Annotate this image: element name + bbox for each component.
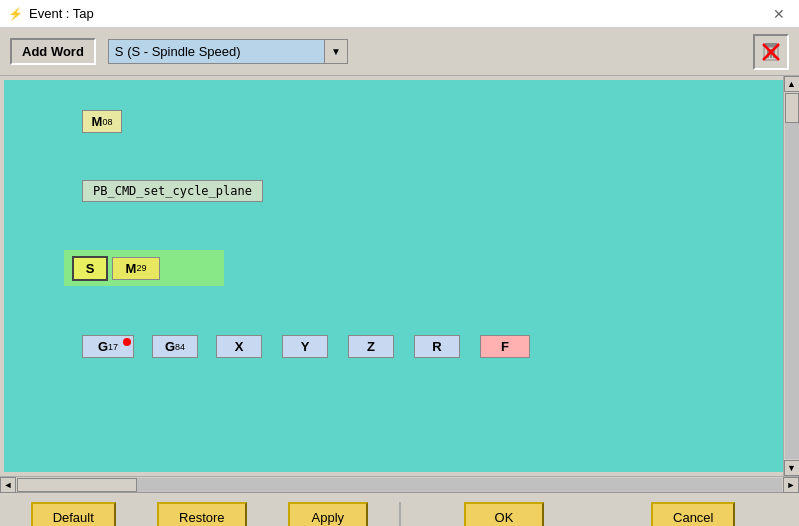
g84-word[interactable]: G84 <box>152 335 198 358</box>
add-word-button[interactable]: Add Word <box>10 38 96 65</box>
svg-rect-0 <box>765 43 777 45</box>
horizontal-scrollbar: ◄ ► <box>0 476 799 492</box>
footer-left: Default Restore Apply <box>0 502 401 526</box>
cancel-button[interactable]: Cancel <box>651 502 735 526</box>
title-text: Event : Tap <box>29 6 94 21</box>
scroll-thumb[interactable] <box>785 93 799 123</box>
close-button[interactable]: ✕ <box>767 4 791 24</box>
title-bar: ⚡ Event : Tap ✕ <box>0 0 799 28</box>
scroll-right-button[interactable]: ► <box>783 477 799 493</box>
scroll-up-button[interactable]: ▲ <box>784 76 800 92</box>
restore-button[interactable]: Restore <box>157 502 247 526</box>
vertical-scrollbar: ▲ ▼ <box>783 76 799 476</box>
y-block[interactable]: Y <box>282 335 328 358</box>
scroll-left-button[interactable]: ◄ <box>0 477 16 493</box>
x-block[interactable]: X <box>216 335 262 358</box>
footer-right: OK Cancel <box>401 502 800 526</box>
r-word[interactable]: R <box>414 335 460 358</box>
f-block[interactable]: F <box>480 335 530 358</box>
m29-word[interactable]: M29 <box>112 257 160 280</box>
scroll-down-button[interactable]: ▼ <box>784 460 800 476</box>
red-dot <box>123 338 131 346</box>
trash-icon <box>759 40 783 64</box>
f-word[interactable]: F <box>480 335 530 358</box>
toolbar: Add Word S (S - Spindle Speed) ▼ <box>0 28 799 76</box>
pb-cmd-block[interactable]: PB_CMD_set_cycle_plane <box>82 180 263 202</box>
app-icon: ⚡ <box>8 7 23 21</box>
canvas[interactable]: M08 PB_CMD_set_cycle_plane S M29 G17 <box>4 80 783 472</box>
z-word[interactable]: Z <box>348 335 394 358</box>
hscroll-thumb[interactable] <box>17 478 137 492</box>
z-block[interactable]: Z <box>348 335 394 358</box>
s-word[interactable]: S <box>72 256 108 281</box>
m08-word[interactable]: M08 <box>82 110 122 133</box>
green-row[interactable]: S M29 <box>64 250 224 286</box>
g84-block[interactable]: G84 <box>152 335 198 358</box>
m08-block[interactable]: M08 <box>82 110 122 133</box>
x-word[interactable]: X <box>216 335 262 358</box>
delete-button[interactable] <box>753 34 789 70</box>
main-area: M08 PB_CMD_set_cycle_plane S M29 G17 <box>0 76 799 476</box>
ok-button[interactable]: OK <box>464 502 544 526</box>
default-button[interactable]: Default <box>31 502 116 526</box>
y-word[interactable]: Y <box>282 335 328 358</box>
apply-button[interactable]: Apply <box>288 502 368 526</box>
dropdown-arrow-icon[interactable]: ▼ <box>324 39 348 64</box>
g17-word[interactable]: G17 <box>82 335 134 358</box>
pb-cmd-word[interactable]: PB_CMD_set_cycle_plane <box>82 180 263 202</box>
hscroll-track[interactable] <box>17 478 782 492</box>
word-dropdown[interactable]: S (S - Spindle Speed) <box>108 39 348 64</box>
scroll-track[interactable] <box>785 93 799 459</box>
r-block[interactable]: R <box>414 335 460 358</box>
dropdown-container: S (S - Spindle Speed) ▼ <box>108 39 348 64</box>
footer: Default Restore Apply OK Cancel <box>0 492 799 526</box>
g17-block[interactable]: G17 <box>82 335 134 358</box>
